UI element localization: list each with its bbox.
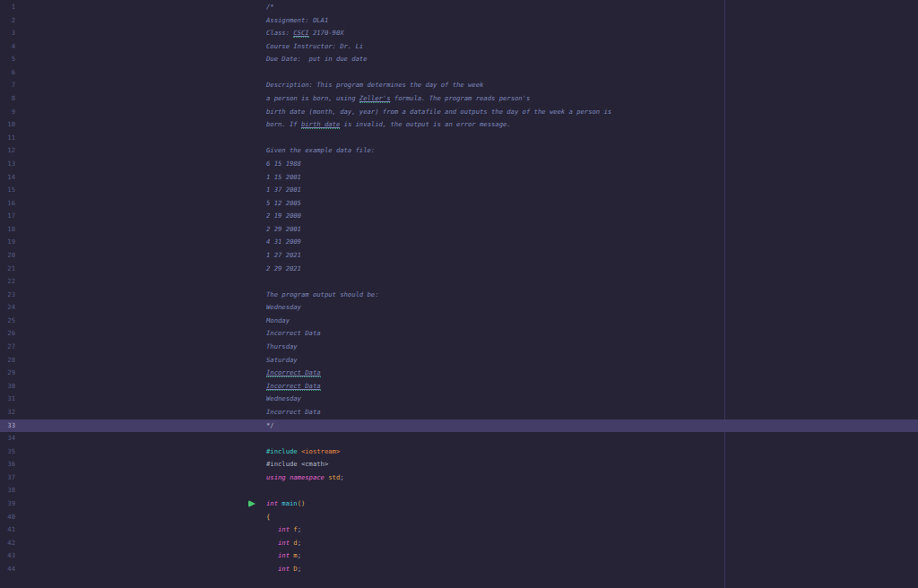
line-number: 31 (0, 393, 15, 406)
token-cm: 1 27 2021 (266, 251, 301, 259)
code-line[interactable]: 3Class: CSCI 2170-90X (0, 27, 918, 40)
line-number: 33 (0, 419, 15, 433)
code-line[interactable]: 23The program output should be: (0, 289, 918, 302)
token-pu: ; (298, 551, 301, 559)
code-line[interactable]: 40{ (0, 511, 918, 524)
token-pp: #include (266, 447, 298, 455)
line-number: 29 (0, 367, 15, 380)
line-number: 43 (0, 549, 15, 563)
run-code-button[interactable] (248, 500, 255, 507)
line-number: 26 (0, 327, 15, 341)
code-line[interactable]: 165 12 2005 (0, 197, 918, 211)
code-line[interactable]: 201 27 2021 (0, 249, 918, 263)
token-pl (266, 565, 278, 573)
code-line[interactable]: 12Given the example data file: (0, 144, 918, 158)
code-line[interactable]: 212 29 2021 (0, 263, 918, 276)
code-text: born. If birth date is invalid, the outp… (266, 118, 511, 132)
line-number: 24 (0, 301, 15, 315)
code-text: #include <iostream> (266, 445, 340, 459)
line-number: 34 (0, 432, 15, 445)
token-kw: namespace (290, 473, 325, 481)
code-text: Incorrect Data (266, 367, 321, 380)
code-line[interactable]: 5Due Date: put in due date (0, 53, 918, 66)
code-line[interactable]: 42 int d; (0, 537, 918, 550)
token-kw: using (266, 473, 286, 481)
code-line[interactable]: 27Thursday (0, 341, 918, 354)
code-line[interactable]: 34 (0, 432, 918, 445)
code-line[interactable]: 136 15 1988 (0, 158, 918, 171)
code-line[interactable]: 10born. If birth date is invalid, the ou… (0, 118, 918, 132)
code-line[interactable]: 26Incorrect Data (0, 327, 918, 341)
code-line[interactable]: 31Wednesday (0, 393, 918, 406)
code-line[interactable]: 141 15 2001 (0, 171, 918, 185)
code-line[interactable]: 41 int f; (0, 523, 918, 537)
code-line[interactable]: 4Course Instructor: Dr. Li (0, 40, 918, 54)
line-number: 42 (0, 537, 15, 550)
token-fn: main (281, 499, 297, 507)
line-number: 16 (0, 197, 15, 211)
code-line[interactable]: 25Monday (0, 315, 918, 328)
token-pl (266, 539, 278, 547)
code-text: int main() (266, 497, 305, 511)
code-text: 6 15 1988 (266, 158, 301, 171)
code-text: 4 31 2009 (266, 236, 301, 249)
token-br: () (298, 499, 306, 507)
code-text: Incorrect Data (266, 327, 321, 341)
code-text: int f; (266, 523, 301, 537)
line-number: 22 (0, 275, 15, 289)
code-line[interactable]: 44 int D; (0, 563, 918, 576)
code-line[interactable]: 11 (0, 132, 918, 145)
token-cm: Class: (266, 29, 293, 37)
line-number: 25 (0, 315, 15, 328)
code-line[interactable]: 172 19 2000 (0, 210, 918, 223)
token-cm: Saturday (266, 356, 298, 364)
code-line[interactable]: 182 29 2001 (0, 223, 918, 237)
code-line[interactable]: 35#include <iostream> (0, 445, 918, 459)
code-text: 2 19 2000 (266, 210, 301, 223)
code-line[interactable]: 33*/ (0, 419, 918, 433)
line-number: 1 (0, 1, 15, 14)
token-cmu: Incorrect Data (266, 382, 321, 391)
code-line[interactable]: 36#include <cmath> (0, 458, 918, 471)
code-text: Incorrect Data (266, 380, 321, 393)
code-line[interactable]: 194 31 2009 (0, 236, 918, 249)
line-number: 36 (0, 458, 15, 471)
code-lines-container: 1/*2Assignment: OLA13Class: CSCI 2170-90… (0, 1, 918, 575)
code-text: 1 27 2021 (266, 249, 301, 263)
code-text: Description: This program determines the… (266, 79, 483, 92)
line-number: 15 (0, 184, 15, 197)
code-text: The program output should be: (266, 289, 379, 302)
code-editor[interactable]: 1/*2Assignment: OLA13Class: CSCI 2170-90… (0, 0, 918, 588)
code-line[interactable]: 7Description: This program determines th… (0, 79, 918, 92)
line-number: 32 (0, 406, 15, 419)
code-line[interactable]: 1/* (0, 1, 918, 14)
token-cm: formula. The program reads person's (390, 94, 530, 102)
token-pu: ; (298, 525, 301, 533)
code-line[interactable]: 29Incorrect Data (0, 367, 918, 380)
code-line[interactable]: 28Saturday (0, 354, 918, 368)
line-number: 44 (0, 563, 15, 576)
code-text: Saturday (266, 354, 298, 368)
code-text: Wednesday (266, 393, 301, 406)
code-line[interactable]: 9birth date (month, day, year) from a da… (0, 106, 918, 119)
code-line[interactable]: 151 37 2001 (0, 184, 918, 197)
code-text: 1 37 2001 (266, 184, 301, 197)
token-cm: Incorrect Data (266, 329, 321, 337)
code-line[interactable]: 32Incorrect Data (0, 406, 918, 419)
code-line[interactable]: 24Wednesday (0, 301, 918, 315)
line-number: 37 (0, 471, 15, 485)
code-line[interactable]: 2Assignment: OLA1 (0, 14, 918, 28)
token-id: std (328, 473, 340, 481)
code-line[interactable]: 38 (0, 484, 918, 497)
code-line[interactable]: 39int main() (0, 497, 918, 511)
code-line[interactable]: 22 (0, 275, 918, 289)
code-line[interactable]: 8a person is born, using Zeller's formul… (0, 92, 918, 106)
code-line[interactable]: 6 (0, 66, 918, 80)
code-line[interactable]: 37using namespace std; (0, 471, 918, 485)
code-text: Assignment: OLA1 (266, 14, 328, 28)
token-cm: Monday (266, 316, 290, 324)
token-pu: ; (340, 473, 343, 481)
token-cmu: birth date (301, 120, 340, 129)
code-line[interactable]: 43 int m; (0, 549, 918, 563)
code-line[interactable]: 30Incorrect Data (0, 380, 918, 393)
